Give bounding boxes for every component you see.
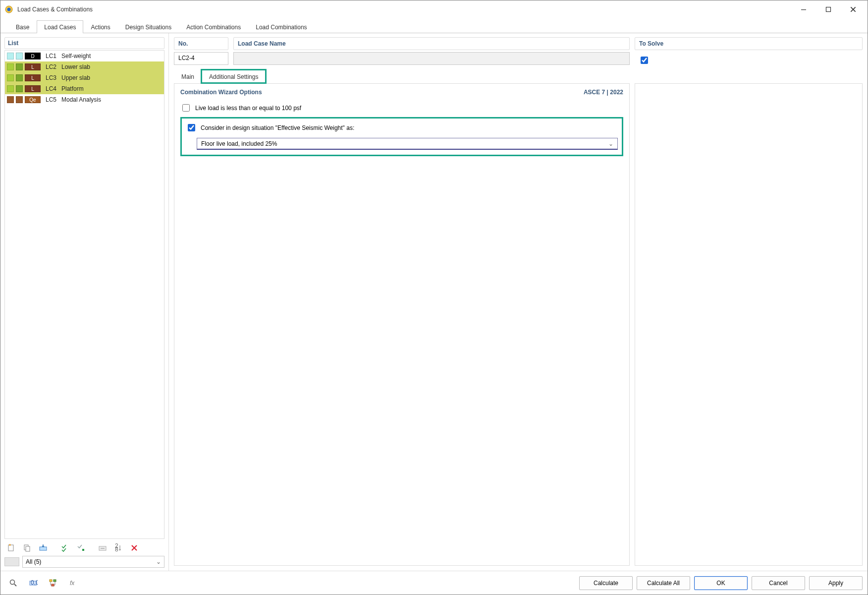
lc-id: LC3 — [46, 74, 61, 81]
opt1-label: Live load is less than or equal to 100 p… — [195, 105, 301, 112]
svg-rect-2 — [801, 9, 806, 10]
new-icon[interactable] — [4, 542, 18, 554]
tree-icon[interactable] — [45, 576, 61, 591]
sort-icon[interactable]: 28 — [111, 542, 125, 554]
tab-base[interactable]: Base — [8, 20, 37, 33]
svg-rect-8 — [82, 549, 84, 551]
color-swatch — [16, 85, 23, 92]
titlebar: Load Cases & Combinations — [0, 0, 868, 18]
load-case-list[interactable]: D LC1 Self-weight L LC2 Lower slab L LC3 — [4, 50, 164, 539]
option-live-load-100psf[interactable]: Live load is less than or equal to 100 p… — [180, 101, 623, 115]
subtab-additional-settings[interactable]: Additional Settings — [202, 70, 266, 83]
svg-rect-17 — [52, 584, 54, 586]
opt2-checkbox[interactable] — [188, 124, 195, 131]
svg-rect-6 — [26, 546, 30, 551]
category-badge: L — [25, 63, 41, 70]
list-item[interactable]: L LC2 Lower slab — [5, 61, 164, 72]
list-item[interactable]: Qe LC5 Modal Analysis — [5, 94, 164, 105]
no-label: No. — [174, 37, 228, 50]
filter-row: All (5) ⌄ — [4, 556, 164, 568]
calculate-all-button[interactable]: Calculate All — [637, 576, 690, 590]
filter-dropdown[interactable]: All (5) ⌄ — [22, 556, 164, 568]
chevron-down-icon: ⌄ — [608, 140, 613, 147]
list-item[interactable]: D LC1 Self-weight — [5, 51, 164, 61]
tab-design-situations[interactable]: Design Situations — [118, 20, 179, 33]
svg-rect-4 — [8, 545, 13, 551]
lc-id: LC4 — [46, 85, 61, 92]
svg-text:fx: fx — [70, 580, 75, 587]
opt2-dropdown[interactable]: Floor live load, included 25% ⌄ — [197, 138, 618, 150]
color-swatch — [16, 63, 23, 70]
lc-name: Modal Analysis — [61, 96, 101, 103]
color-swatch — [16, 74, 23, 81]
lc-id: LC2 — [46, 63, 61, 70]
no-input[interactable]: LC2-4 — [174, 52, 228, 65]
svg-text:8: 8 — [115, 546, 118, 552]
category-badge: L — [25, 74, 41, 81]
calculate-button[interactable]: Calculate — [579, 576, 633, 590]
tab-load-combinations[interactable]: Load Combinations — [248, 20, 314, 33]
color-swatch — [7, 96, 14, 103]
list-item[interactable]: L LC4 Platform — [5, 83, 164, 94]
apply-button[interactable]: Apply — [809, 576, 863, 590]
lc-id: LC5 — [46, 96, 61, 103]
opt2-value: Floor live load, included 25% — [201, 140, 277, 147]
tab-actions[interactable]: Actions — [83, 20, 117, 33]
to-solve-checkbox[interactable] — [641, 57, 648, 64]
category-badge: L — [25, 85, 41, 92]
subtab-main[interactable]: Main — [174, 70, 202, 83]
units-icon[interactable]: 0,00 — [25, 576, 41, 591]
list-item[interactable]: L LC3 Upper slab — [5, 72, 164, 83]
renumber-icon[interactable] — [96, 542, 109, 554]
svg-rect-15 — [50, 580, 52, 582]
deselect-all-icon[interactable] — [74, 542, 88, 554]
top-tabstrip: Base Load Cases Actions Design Situation… — [0, 18, 868, 33]
field-name: Load Case Name — [233, 37, 630, 65]
list-title: List — [4, 37, 164, 49]
detail-subtabs: Main Additional Settings — [169, 69, 868, 82]
list-toolbar: 28 — [4, 539, 164, 556]
detail-side-panel — [635, 83, 863, 566]
color-swatch — [7, 53, 14, 60]
svg-text:0,00: 0,00 — [31, 579, 38, 586]
copy-icon[interactable] — [20, 542, 34, 554]
opt2-label: Consider in design situation "Effective … — [201, 124, 354, 131]
maximize-button[interactable] — [816, 2, 841, 17]
right-panel: No. LC2-4 Load Case Name To Solve Main A… — [169, 33, 868, 571]
svg-point-12 — [10, 580, 15, 584]
filter-label: All (5) — [26, 558, 41, 565]
app-icon — [4, 5, 13, 14]
field-to-solve: To Solve — [635, 37, 863, 65]
category-badge: D — [25, 53, 41, 60]
section-title: Combination Wizard Options — [180, 89, 262, 96]
insert-icon[interactable] — [36, 542, 50, 554]
minimize-button[interactable] — [791, 2, 816, 17]
name-input[interactable] — [233, 52, 630, 65]
color-swatch — [16, 96, 23, 103]
tab-load-cases[interactable]: Load Cases — [37, 20, 83, 33]
name-label: Load Case Name — [233, 37, 630, 50]
left-panel: List D LC1 Self-weight L LC2 Lower slab — [0, 33, 169, 571]
search-icon[interactable] — [5, 576, 21, 591]
detail-main-panel: Combination Wizard Options ASCE 7 | 2022… — [174, 83, 630, 566]
select-all-icon[interactable] — [58, 542, 72, 554]
function-icon[interactable]: fx — [65, 576, 81, 591]
close-button[interactable] — [841, 2, 866, 17]
lc-id: LC1 — [46, 53, 61, 60]
window-title: Load Cases & Combinations — [17, 6, 93, 13]
color-swatch — [7, 85, 14, 92]
footer: 0,00 fx Calculate Calculate All OK Cance… — [0, 571, 868, 595]
svg-rect-16 — [54, 580, 56, 582]
opt1-checkbox[interactable] — [182, 104, 190, 112]
cancel-button[interactable]: Cancel — [752, 576, 805, 590]
ok-button[interactable]: OK — [694, 576, 748, 590]
svg-rect-3 — [826, 7, 831, 12]
lc-name: Platform — [61, 85, 84, 92]
opt2-row[interactable]: Consider in design situation "Effective … — [186, 120, 618, 135]
lc-name: Lower slab — [61, 63, 90, 70]
delete-icon[interactable] — [127, 542, 141, 554]
tab-action-combinations[interactable]: Action Combinations — [179, 20, 248, 33]
svg-point-1 — [7, 8, 11, 11]
option-effective-seismic-weight: Consider in design situation "Effective … — [180, 117, 623, 156]
filter-color[interactable] — [4, 557, 19, 566]
